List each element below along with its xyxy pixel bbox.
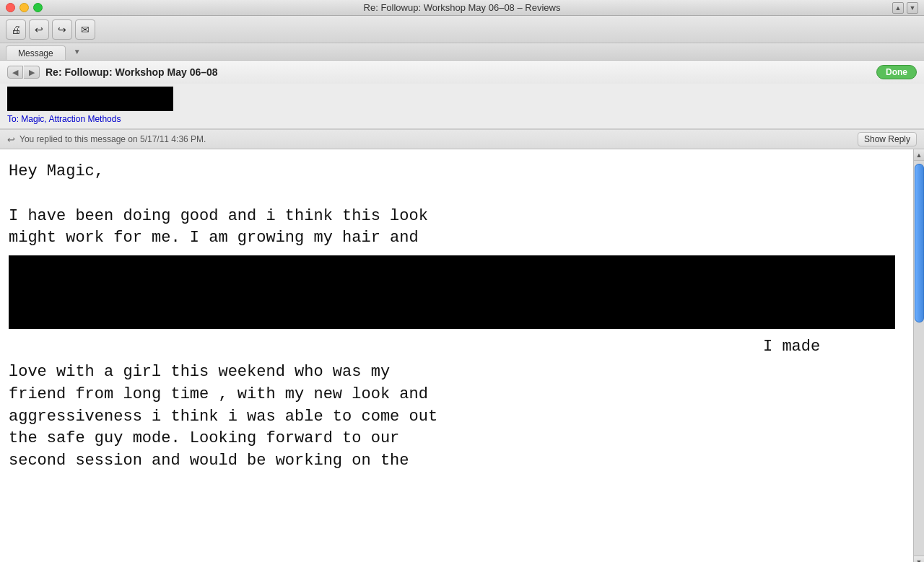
body-line-7: the safe guy mode. Looking forward to ou…: [9, 428, 902, 450]
body-line-8: second session and would be working on t…: [9, 450, 902, 473]
scrollbar[interactable]: ▲ ▼: [913, 149, 924, 562]
to-line: To: Magic, Attraction Methods: [7, 114, 917, 124]
back-button[interactable]: ↩: [29, 19, 49, 40]
sender-redacted-block: [7, 87, 173, 111]
print-button[interactable]: 🖨: [6, 19, 26, 40]
sender-block: To: Magic, Attraction Methods: [0, 84, 924, 128]
body-line-2: I have been doing good and i think this …: [9, 206, 902, 228]
scrollbar-thumb[interactable]: [915, 164, 924, 322]
resize-up-icon[interactable]: ▲: [892, 2, 904, 14]
reply-icon: ↩: [7, 134, 15, 145]
compose-button[interactable]: ✉: [75, 19, 95, 40]
body-inline: I made: [757, 333, 902, 361]
reply-notice-text: You replied to this message on 5/17/11 4…: [19, 134, 206, 144]
body-greeting: Hey Magic,: [9, 161, 902, 183]
subject-row: ◀ ▶ Re: Followup: Workshop May 06–08 Don…: [0, 61, 924, 84]
body-line-5: friend from long time , with my new look…: [9, 384, 902, 406]
email-header: ◀ ▶ Re: Followup: Workshop May 06–08 Don…: [0, 61, 924, 129]
resize-down-icon[interactable]: ▼: [907, 2, 918, 14]
show-reply-button[interactable]: Show Reply: [858, 132, 917, 146]
email-body-wrapper: Hey Magic, I have been doing good and i …: [0, 149, 924, 562]
next-message-button[interactable]: ▶: [24, 66, 40, 79]
resize-controls: ▲ ▼: [892, 2, 918, 14]
redacted-image-block: [9, 255, 895, 329]
prev-message-button[interactable]: ◀: [7, 66, 23, 79]
window-title: Re: Followup: Workshop May 06–08 – Revie…: [364, 2, 561, 13]
tab-dropdown-icon[interactable]: ▼: [71, 43, 83, 60]
body-line-4: love with a girl this weekend who was my: [9, 361, 902, 384]
reply-bar: ↩ You replied to this message on 5/17/11…: [0, 129, 924, 149]
maximize-button[interactable]: [33, 3, 43, 12]
scroll-up-arrow[interactable]: ▲: [914, 149, 925, 161]
tab-bar: Message ▼: [0, 43, 924, 61]
close-button[interactable]: [6, 3, 15, 12]
window-controls: [6, 3, 43, 12]
nav-arrows: ◀ ▶: [7, 66, 40, 79]
email-body: Hey Magic, I have been doing good and i …: [0, 149, 913, 562]
scroll-down-arrow[interactable]: ▼: [914, 556, 925, 562]
body-line-3: might work for me. I am growing my hair …: [9, 227, 902, 250]
body-line-6: aggressiveness i think i was able to com…: [9, 406, 902, 429]
partial-reveal: I made: [9, 333, 902, 361]
minimize-button[interactable]: [19, 3, 29, 12]
titlebar: Re: Followup: Workshop May 06–08 – Revie…: [0, 0, 924, 16]
tab-message[interactable]: Message: [6, 45, 66, 60]
done-button[interactable]: Done: [876, 65, 917, 79]
toolbar: 🖨 ↩ ↪ ✉: [0, 16, 924, 43]
email-subject: Re: Followup: Workshop May 06–08: [45, 66, 871, 78]
forward-button[interactable]: ↪: [52, 19, 72, 40]
